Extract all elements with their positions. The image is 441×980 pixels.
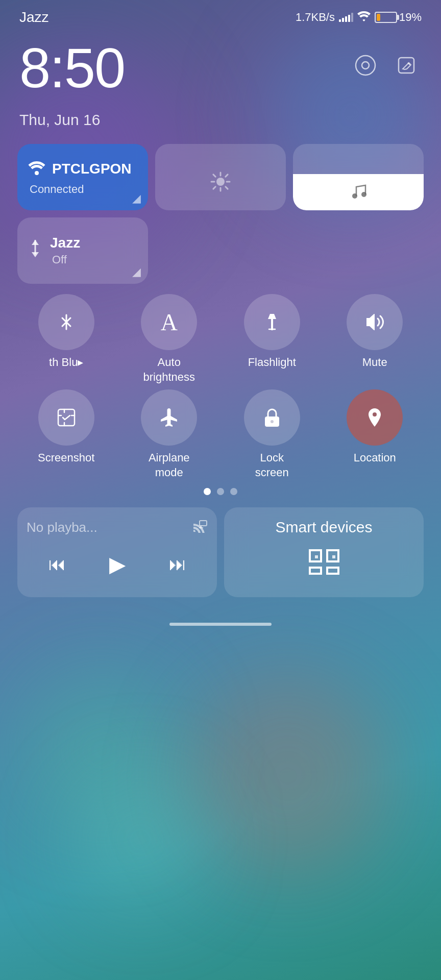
status-right: 1.7KB/s 19% (296, 10, 422, 24)
wifi-large-icon (28, 158, 46, 180)
prev-button[interactable]: ⏮ (44, 550, 70, 578)
svg-rect-24 (332, 555, 335, 558)
wifi-ssid: PTCLGPON (52, 161, 132, 177)
svg-point-4 (216, 178, 225, 186)
carrier-tile[interactable]: Jazz Off ◢ (17, 217, 148, 284)
smart-devices-title: Smart devices (275, 519, 372, 536)
time-icons (350, 50, 422, 81)
time-display: 8:50 Thu, Jun 16 (19, 40, 125, 129)
flashlight-toggle[interactable]: Flashlight (223, 294, 321, 384)
carrier-tile-name: Jazz (50, 235, 80, 251)
home-bar (169, 623, 272, 626)
bluetooth-toggle[interactable]: th Blu▸ (17, 294, 115, 384)
svg-line-9 (213, 175, 215, 177)
dot-1[interactable] (204, 488, 211, 495)
lockscreen-label: Lockscreen (255, 451, 289, 480)
data-tile[interactable] (155, 144, 286, 210)
svg-point-14 (361, 192, 366, 197)
wifi-tile-content: PTCLGPON Connected (28, 158, 138, 196)
location-label: Location (354, 451, 396, 465)
auto-brightness-label: Autobrightness (143, 355, 195, 384)
wifi-connection-status: Connected (28, 183, 138, 196)
brightness-tile[interactable] (293, 144, 424, 210)
mute-toggle[interactable]: Mute (326, 294, 424, 384)
media-card[interactable]: No playba... ⏮ ▶ ⏭ (17, 507, 217, 597)
svg-point-0 (356, 56, 375, 75)
dot-2[interactable] (217, 488, 224, 495)
media-controls: ⏮ ▶ ⏭ (27, 548, 208, 581)
music-icon (349, 182, 368, 204)
toggles-row-1: th Blu▸ A Autobrightness Flashlight (17, 294, 424, 384)
toggles-row-2: Screenshot Airplanemode (17, 389, 424, 480)
home-indicator[interactable] (14, 612, 427, 631)
wifi-status-icon (357, 10, 371, 24)
svg-point-13 (352, 193, 357, 199)
next-button[interactable]: ⏭ (165, 550, 190, 578)
settings-icon[interactable] (350, 50, 381, 81)
page-dots (14, 488, 427, 495)
media-card-top: No playba... (27, 519, 208, 536)
svg-line-11 (226, 175, 228, 177)
airplane-circle (141, 389, 197, 446)
svg-point-1 (362, 62, 369, 69)
mute-circle (347, 294, 403, 350)
location-toggle[interactable]: Location (326, 389, 424, 480)
screenshot-label: Screenshot (38, 451, 94, 465)
battery-percent: 19% (399, 11, 422, 24)
carrier-tile-status: Off (50, 253, 80, 266)
clock-date: Thu, Jun 16 (19, 111, 125, 129)
mute-label: Mute (362, 355, 387, 370)
smart-devices-card[interactable]: Smart devices (224, 507, 424, 597)
flashlight-label: Flashlight (248, 355, 296, 370)
cast-icon[interactable] (192, 519, 208, 536)
svg-line-12 (213, 187, 215, 189)
time-area: 8:50 Thu, Jun 16 (14, 30, 427, 144)
status-bar: Jazz 1.7KB/s 19% (14, 0, 427, 30)
carrier-name: Jazz (19, 9, 49, 26)
lockscreen-circle (244, 389, 300, 446)
svg-line-10 (226, 187, 228, 189)
airplane-toggle[interactable]: Airplanemode (120, 389, 218, 480)
auto-brightness-circle: A (141, 294, 197, 350)
svg-point-3 (35, 171, 39, 175)
screenshot-toggle[interactable]: Screenshot (17, 389, 115, 480)
flashlight-circle (244, 294, 300, 350)
battery-indicator: 19% (375, 11, 422, 24)
data-transfer-icon (28, 239, 43, 262)
lockscreen-toggle[interactable]: Lockscreen (223, 389, 321, 480)
media-title: No playba... (27, 520, 97, 535)
svg-rect-20 (200, 521, 207, 526)
bluetooth-label: th Blu▸ (49, 355, 83, 370)
bottom-cards: No playba... ⏮ ▶ ⏭ S (14, 507, 427, 597)
wifi-expand-arrow: ◢ (132, 192, 141, 205)
toggles-section: th Blu▸ A Autobrightness Flashlight (14, 294, 427, 480)
screenshot-circle (38, 389, 94, 446)
airplane-label: Airplanemode (149, 451, 190, 480)
tiles-grid: PTCLGPON Connected ◢ (14, 144, 427, 284)
auto-brightness-toggle[interactable]: A Autobrightness (120, 294, 218, 384)
svg-rect-23 (315, 555, 318, 558)
location-circle (347, 389, 403, 446)
carrier-expand-arrow: ◢ (132, 265, 141, 279)
mijia-logo (304, 544, 345, 586)
bluetooth-circle (38, 294, 94, 350)
dot-3[interactable] (230, 488, 237, 495)
play-button[interactable]: ▶ (105, 548, 130, 581)
svg-point-19 (271, 420, 274, 423)
clock-time: 8:50 (19, 40, 125, 96)
signal-icon (339, 13, 353, 22)
wifi-tile[interactable]: PTCLGPON Connected ◢ (17, 144, 148, 210)
edit-icon[interactable] (391, 50, 422, 81)
network-speed: 1.7KB/s (296, 11, 335, 24)
battery-icon (375, 12, 397, 23)
